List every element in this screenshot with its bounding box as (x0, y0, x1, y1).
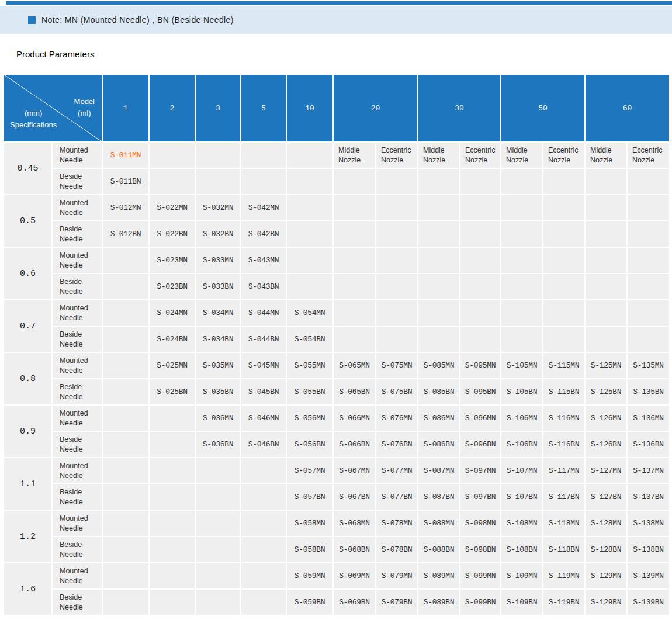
volume-header-cell: 30 (418, 75, 500, 141)
needle-type-cell: Beside Needle (53, 169, 102, 194)
empty-cell (586, 195, 626, 220)
section-title: Product Parameters (16, 49, 672, 59)
model-code-cell: S-107BN (501, 484, 542, 510)
needle-type-cell: Mounted Needle (53, 248, 102, 273)
empty-cell (103, 248, 148, 273)
empty-cell (543, 221, 584, 247)
model-code-cell: S-032MN (196, 195, 240, 220)
model-code-cell: S-105BN (501, 379, 542, 404)
empty-cell (150, 169, 195, 194)
needle-type-cell: Mounted Needle (53, 563, 102, 588)
model-code-cell: S-087MN (418, 458, 459, 483)
needle-type-cell: Beside Needle (53, 327, 102, 352)
empty-cell (586, 248, 626, 273)
model-code-cell: S-012BN (103, 221, 148, 247)
empty-cell (586, 274, 626, 299)
model-code-cell: S-126BN (586, 432, 626, 457)
nozzle-header-cell: Middle Nozzle (334, 143, 375, 168)
model-code-cell: S-033MN (196, 248, 240, 273)
model-code-cell: S-075MN (376, 353, 417, 378)
model-code-cell: S-057MN (287, 458, 332, 483)
model-code-cell: S-087BN (418, 484, 459, 510)
empty-cell (103, 563, 148, 588)
empty-cell (376, 274, 417, 299)
empty-cell (150, 458, 195, 483)
spec-axis-label: (mm) Specifications (10, 108, 57, 131)
empty-cell (103, 458, 148, 483)
model-code-cell: S-033BN (196, 274, 240, 299)
spec-cell: 1.6 (4, 563, 51, 615)
empty-cell (241, 169, 286, 194)
model-code-cell: S-089BN (418, 590, 459, 615)
empty-cell (150, 143, 195, 168)
empty-cell (334, 169, 375, 194)
model-code-cell: S-044BN (241, 327, 286, 352)
empty-cell (460, 300, 500, 326)
model-code-cell: S-138BN (628, 537, 669, 562)
model-code-cell: S-085MN (418, 353, 459, 378)
model-code-cell: S-139BN (628, 590, 669, 615)
model-code-cell: S-055MN (287, 353, 332, 378)
empty-cell (418, 221, 459, 247)
empty-cell (376, 248, 417, 273)
model-code-cell: S-129MN (586, 563, 626, 588)
empty-cell (543, 274, 584, 299)
model-code-cell: S-096MN (460, 406, 500, 431)
empty-cell (376, 195, 417, 220)
empty-cell (103, 300, 148, 326)
model-code-cell: S-107MN (501, 458, 542, 483)
model-code-cell: S-086BN (418, 432, 459, 457)
model-code-cell: S-042MN (241, 195, 286, 220)
model-code-cell: S-035MN (196, 353, 240, 378)
spec-cell: 0.6 (4, 248, 51, 299)
model-code-cell: S-099BN (460, 590, 500, 615)
model-code-cell: S-045MN (241, 353, 286, 378)
empty-cell (241, 563, 286, 588)
nozzle-header-cell: Eccentric Nozzle (628, 143, 669, 168)
empty-cell (501, 195, 542, 220)
empty-cell (418, 300, 459, 326)
model-code-cell: S-059BN (287, 590, 332, 615)
note-banner: Note: MN (Mounted Needle) , BN (Beside N… (0, 6, 672, 34)
model-code-cell: S-023BN (150, 274, 195, 299)
empty-cell (241, 484, 286, 510)
model-code-cell: S-055BN (287, 379, 332, 404)
needle-type-cell: Mounted Needle (53, 406, 102, 431)
model-code-cell: S-079BN (376, 590, 417, 615)
model-code-cell: S-109BN (501, 590, 542, 615)
model-code-cell: S-118MN (543, 511, 584, 536)
model-code-cell: S-056BN (287, 432, 332, 457)
model-code-cell: S-119MN (543, 563, 584, 588)
empty-cell (287, 143, 332, 168)
empty-cell (103, 590, 148, 615)
model-code-cell: S-068BN (334, 537, 375, 562)
spec-cell: 1.2 (4, 511, 51, 562)
note-bullet-icon (28, 16, 36, 24)
empty-cell (103, 537, 148, 562)
model-code-cell: S-054BN (287, 327, 332, 352)
model-code-cell: S-088MN (418, 511, 459, 536)
empty-cell (103, 484, 148, 510)
model-code-cell: S-036BN (196, 432, 240, 457)
empty-cell (287, 195, 332, 220)
model-code-cell: S-076BN (376, 432, 417, 457)
model-code-cell: S-069MN (334, 563, 375, 588)
model-code-cell: S-135MN (628, 353, 669, 378)
model-code-cell: S-046BN (241, 432, 286, 457)
empty-cell (103, 511, 148, 536)
needle-type-cell: Mounted Needle (53, 353, 102, 378)
empty-cell (196, 484, 240, 510)
needle-type-cell: Mounted Needle (53, 300, 102, 326)
empty-cell (501, 248, 542, 273)
model-code-cell: S-044MN (241, 300, 286, 326)
empty-cell (150, 432, 195, 457)
model-code-cell: S-076MN (376, 406, 417, 431)
model-code-cell: S-023MN (150, 248, 195, 273)
model-code-cell: S-056MN (287, 406, 332, 431)
model-code-cell: S-098MN (460, 511, 500, 536)
empty-cell (628, 274, 669, 299)
model-code-cell: S-034BN (196, 327, 240, 352)
empty-cell (418, 274, 459, 299)
empty-cell (241, 511, 286, 536)
empty-cell (334, 327, 375, 352)
